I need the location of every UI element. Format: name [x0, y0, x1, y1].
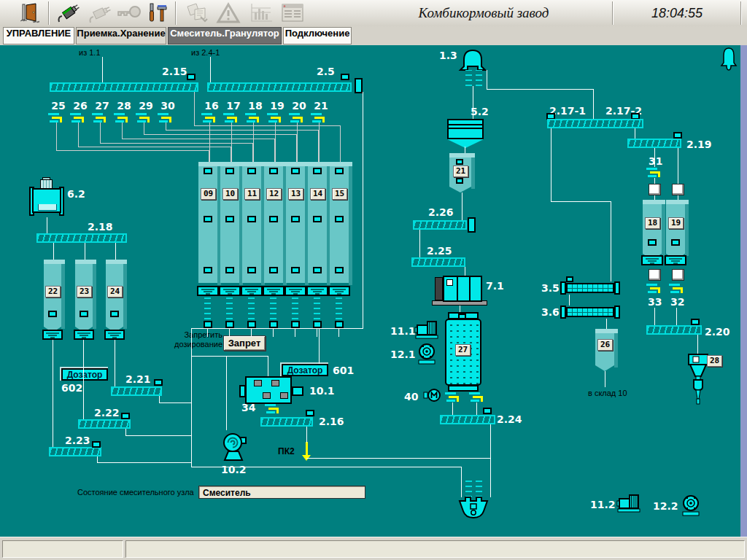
bin[interactable]: 15 [330, 162, 349, 283]
bin[interactable]: 10 [220, 162, 239, 283]
alarm-bell-icon[interactable] [719, 47, 738, 76]
slide-valve[interactable] [469, 392, 485, 402]
bin[interactable]: 19 [666, 200, 685, 254]
machine-10-1-label: 10.1 [309, 385, 335, 397]
bin[interactable]: 18 [643, 200, 662, 254]
bin-gate[interactable] [328, 286, 350, 296]
report-document-icon[interactable] [182, 2, 210, 24]
connect-plug-icon[interactable] [55, 2, 83, 24]
sieve-5-2-body[interactable] [447, 119, 484, 139]
route-box[interactable] [649, 184, 661, 195]
pump-12-2-icon[interactable] [680, 493, 702, 519]
conveyor-2-22[interactable] [78, 419, 131, 429]
conveyor-2-21[interactable] [111, 386, 162, 396]
slide-valve[interactable] [48, 113, 64, 123]
conveyor-2-16[interactable] [260, 417, 313, 427]
warning-icon[interactable] [214, 2, 242, 24]
conveyor-2-5[interactable] [207, 82, 352, 92]
bin-gate[interactable] [241, 286, 263, 296]
route-box[interactable] [672, 269, 684, 281]
flow-arrow [306, 442, 308, 455]
slide-valve[interactable] [92, 113, 108, 123]
conveyor-2-20[interactable] [646, 325, 702, 335]
conveyor-2-18[interactable] [36, 233, 127, 243]
bin-outlet [335, 321, 344, 328]
key-icon[interactable] [115, 2, 143, 24]
bin[interactable]: 12 [264, 162, 283, 283]
exit-door-icon[interactable] [16, 2, 44, 24]
drum-3-6[interactable] [566, 307, 614, 317]
dozator-601-button[interactable]: Дозатор [282, 364, 328, 376]
zapret-button[interactable]: Запрет [223, 335, 266, 351]
dozator-602-button[interactable]: Дозатор [61, 368, 108, 381]
slide-valve[interactable] [445, 392, 461, 402]
slide-valve[interactable] [267, 113, 283, 123]
tab-podklyuchenie[interactable]: Подключение [283, 27, 352, 44]
elevator-head-icon[interactable] [458, 47, 487, 74]
bin[interactable]: 11 [242, 162, 261, 283]
bin[interactable]: 22 [44, 260, 61, 327]
tab-upravlenie[interactable]: УПРАВЛЕНИЕ [3, 27, 74, 44]
slide-valve[interactable] [289, 113, 305, 123]
bin-26[interactable]: 26 [595, 329, 614, 365]
status-indicator [247, 267, 256, 273]
bin-gate[interactable] [641, 255, 663, 265]
fan-10-2-icon[interactable] [219, 430, 248, 465]
conveyor-2-25[interactable] [411, 257, 465, 267]
bin-gate[interactable] [219, 286, 241, 296]
slide-valve[interactable] [70, 113, 86, 123]
cyclone-28-icon[interactable] [687, 354, 709, 416]
machine-10-1-body[interactable] [245, 376, 292, 404]
motor-11-2-icon[interactable] [616, 491, 641, 516]
tab-priemka-hranenie[interactable]: Приемка.Хранение [76, 27, 166, 44]
conveyor-2-17[interactable] [547, 119, 643, 128]
table-report-icon[interactable] [279, 2, 306, 24]
slide-valve[interactable] [311, 113, 327, 123]
motor-40-icon[interactable] [423, 389, 442, 405]
bin[interactable]: 24 [106, 260, 123, 327]
bin-top [330, 162, 352, 166]
conveyor-2-24[interactable] [440, 415, 495, 424]
bin[interactable]: 13 [286, 162, 305, 283]
slide-valve[interactable] [646, 168, 662, 178]
route-box[interactable] [649, 269, 661, 281]
tools-icon[interactable] [143, 2, 171, 24]
conveyor-2-15[interactable] [50, 82, 198, 92]
disconnect-plug-icon[interactable] [86, 2, 114, 24]
line [210, 57, 211, 83]
slide-valve[interactable] [646, 284, 662, 294]
bin-gate[interactable] [197, 286, 219, 296]
bin-gate[interactable] [285, 286, 306, 296]
bin-21[interactable]: 21 [449, 153, 471, 187]
bin[interactable]: 09 [198, 162, 217, 283]
trends-chart-icon[interactable] [247, 2, 274, 24]
slide-valve[interactable] [158, 113, 174, 123]
vessel-27-chip: 27 [455, 344, 471, 356]
slide-valve[interactable] [265, 404, 281, 414]
bin-chip: 23 [77, 286, 92, 298]
conveyor-2-23[interactable] [49, 447, 101, 456]
slide-valve[interactable] [136, 113, 152, 123]
bin-gate[interactable] [104, 330, 125, 340]
drum-3-5[interactable] [566, 283, 614, 293]
bin-gate[interactable] [263, 286, 285, 296]
slide-valve[interactable] [223, 113, 239, 123]
slide-valve[interactable] [201, 113, 217, 123]
slide-valve[interactable] [245, 113, 261, 123]
bin-gate[interactable] [42, 330, 63, 340]
conveyor-2-19[interactable] [627, 139, 681, 148]
bin-gate[interactable] [74, 330, 94, 340]
conveyor-2-26[interactable] [413, 220, 467, 230]
bin-gate[interactable] [665, 255, 686, 265]
mixer-state-field[interactable]: Смеситель [198, 486, 365, 499]
bin[interactable]: 23 [75, 260, 93, 327]
slide-valve[interactable] [669, 284, 685, 294]
tab-smesitel-granulyator[interactable]: Смеситель.Гранулятор [168, 27, 282, 44]
pump-12-1-icon[interactable] [416, 341, 438, 368]
bin-gate[interactable] [306, 286, 328, 296]
bin[interactable]: 14 [308, 162, 327, 283]
route-box[interactable] [672, 184, 684, 195]
elevator-boot-icon[interactable] [457, 496, 490, 524]
slide-valve[interactable] [114, 113, 130, 123]
motor-11-1-icon[interactable] [414, 318, 439, 343]
